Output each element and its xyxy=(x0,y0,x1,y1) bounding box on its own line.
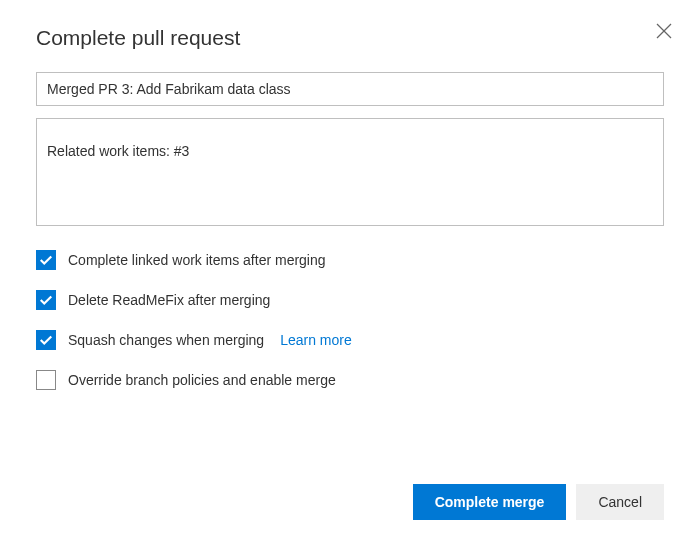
checkbox-override-policies[interactable] xyxy=(36,370,56,390)
merge-title-input[interactable] xyxy=(36,72,664,106)
checkbox-delete-branch[interactable] xyxy=(36,290,56,310)
learn-more-link[interactable]: Learn more xyxy=(280,332,352,348)
complete-merge-button[interactable]: Complete merge xyxy=(413,484,567,520)
option-delete-branch: Delete ReadMeFix after merging xyxy=(36,290,664,310)
checkbox-label: Delete ReadMeFix after merging xyxy=(68,292,270,308)
cancel-button[interactable]: Cancel xyxy=(576,484,664,520)
merge-options: Complete linked work items after merging… xyxy=(36,250,664,390)
checkbox-label: Complete linked work items after merging xyxy=(68,252,326,268)
option-override-policies: Override branch policies and enable merg… xyxy=(36,370,664,390)
complete-pr-dialog: Complete pull request Related work items… xyxy=(0,0,700,550)
checkbox-label: Override branch policies and enable merg… xyxy=(68,372,336,388)
dialog-title: Complete pull request xyxy=(36,26,664,50)
checkbox-complete-work-items[interactable] xyxy=(36,250,56,270)
checkbox-squash[interactable] xyxy=(36,330,56,350)
option-squash: Squash changes when merging Learn more xyxy=(36,330,664,350)
dialog-buttons: Complete merge Cancel xyxy=(413,484,664,520)
checkbox-label: Squash changes when merging xyxy=(68,332,264,348)
option-complete-work-items: Complete linked work items after merging xyxy=(36,250,664,270)
close-button[interactable] xyxy=(654,22,674,42)
close-icon xyxy=(656,23,672,42)
merge-description-textarea[interactable]: Related work items: #3 xyxy=(36,118,664,226)
